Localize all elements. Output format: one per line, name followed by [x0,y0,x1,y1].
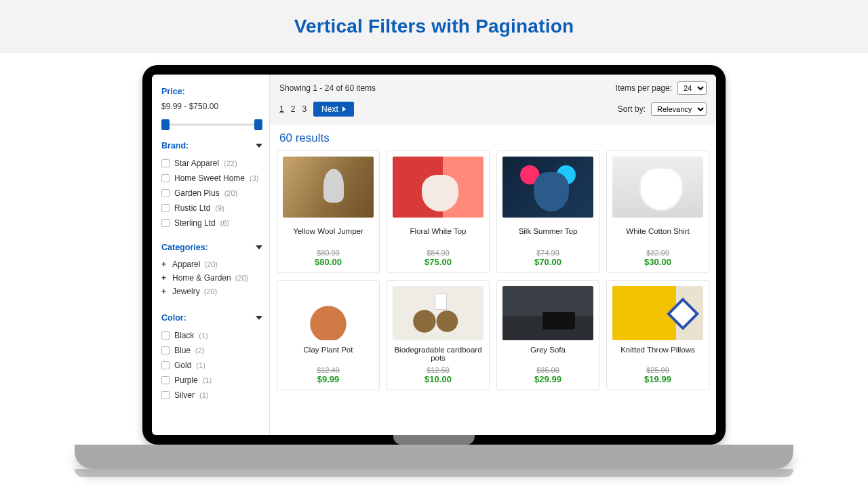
product-card[interactable]: Silk Summer Top $74.99 $70.00 [496,150,599,273]
brand-filter-item[interactable]: Sterling Ltd(6) [161,216,262,230]
product-old-price: $32.99 [646,249,669,257]
slider-handle-max[interactable] [254,119,262,130]
price-range-text: $9.99 - $750.00 [161,102,262,111]
product-title: Floral White Top [410,227,467,245]
product-title: White Cotton Shirt [626,227,689,245]
items-per-page: Items per page: 24 [616,81,707,95]
product-card[interactable]: Floral White Top $84.99 $75.00 [387,150,490,273]
color-filter-item[interactable]: Purple(1) [161,373,262,388]
color-filter-item[interactable]: Gold(1) [161,358,262,373]
product-grid: Clay Plant Pot $12.49 $9.99 Biodegradabl… [270,280,716,397]
brand-label: Brand: [161,141,189,150]
product-image [502,157,593,218]
product-image [283,157,374,218]
product-price: $10.00 [425,374,452,384]
product-image [393,157,484,218]
checkbox-icon[interactable] [161,391,170,399]
brand-filter-item[interactable]: Garden Plus(20) [161,186,262,201]
product-image [612,157,703,218]
product-card[interactable]: Biodegradable cardboard pots $12.50 $10.… [387,280,490,390]
brand-filter-item[interactable]: Rustic Ltd(9) [161,201,262,216]
ipp-select[interactable]: 24 [677,81,707,95]
pagination: 1 2 3 Next [279,102,616,117]
checkbox-icon[interactable] [161,346,170,354]
screen: Price: $9.99 - $750.00 Brand: Star Appar… [152,75,716,435]
product-title: Grey Sofa [530,346,566,362]
product-card[interactable]: White Cotton Shirt $32.99 $30.00 [606,150,709,273]
categories-label: Categories: [161,243,208,252]
color-filter-item[interactable]: Blue(2) [161,343,262,358]
main-content: Showing 1 - 24 of 60 items Items per pag… [270,75,716,435]
price-label: Price: [161,87,185,96]
page-link[interactable]: 1 [279,104,284,114]
page-title: Vertical Filters with Pagination [294,16,574,37]
product-card[interactable]: Yellow Wool Jumper $89.99 $80.00 [277,150,380,273]
results-toolbar: Showing 1 - 24 of 60 items Items per pag… [270,75,716,125]
product-grid: Yellow Wool Jumper $89.99 $80.00 Floral … [270,150,716,280]
product-price: $29.99 [534,374,561,384]
checkbox-icon[interactable] [161,204,170,212]
page-banner: Vertical Filters with Pagination [0,0,868,53]
product-title: Knitted Throw Pillows [620,346,695,362]
page-link[interactable]: 2 [291,104,296,114]
product-image [502,286,593,340]
product-title: Biodegradable cardboard pots [393,346,484,362]
sort-select[interactable]: Relevancy [651,102,707,116]
showing-count: Showing 1 - 24 of 60 items [279,83,616,93]
checkbox-icon[interactable] [161,376,170,384]
price-slider[interactable] [161,118,262,131]
product-old-price: $25.99 [646,366,669,374]
product-old-price: $12.49 [317,366,340,374]
color-section-header[interactable]: Color: [161,313,262,323]
product-card[interactable]: Knitted Throw Pillows $25.99 $19.99 [606,280,709,390]
category-filter-item[interactable]: +Home & Garden(20) [161,271,262,285]
checkbox-icon[interactable] [161,219,170,227]
product-image [393,286,484,340]
categories-section-header[interactable]: Categories: [161,243,262,252]
product-image [612,286,703,340]
product-title: Yellow Wool Jumper [293,227,363,245]
chevron-down-icon [256,316,262,320]
laptop-base [75,445,793,469]
product-old-price: $84.99 [427,249,450,257]
chevron-down-icon [256,245,262,249]
slider-handle-min[interactable] [161,119,170,130]
color-filter-item[interactable]: Silver(1) [161,388,262,403]
expand-icon: + [161,287,168,296]
category-filter-item[interactable]: +Jewelry(20) [161,285,262,298]
category-filter-item[interactable]: +Apparel(20) [161,258,262,271]
sort-by: Sort by: Relevancy [616,102,707,116]
expand-icon: + [161,273,168,283]
product-price: $9.99 [317,374,340,384]
product-price: $80.00 [315,257,342,267]
checkbox-icon[interactable] [161,189,170,197]
checkbox-icon[interactable] [161,159,170,167]
checkbox-icon[interactable] [161,361,170,369]
color-filter-item[interactable]: Black(1) [161,328,262,343]
product-image [283,286,374,340]
brand-filter-item[interactable]: Home Sweet Home(3) [161,171,262,186]
product-old-price: $12.50 [427,366,450,374]
page-link[interactable]: 3 [302,104,307,114]
brand-section-header[interactable]: Brand: [161,141,262,150]
color-label: Color: [161,313,186,323]
arrow-right-icon [342,106,346,112]
product-price: $70.00 [534,257,561,267]
laptop-frame: Price: $9.99 - $750.00 Brand: Star Appar… [142,65,726,445]
checkbox-icon[interactable] [161,174,170,182]
results-header: 60 results [270,125,716,150]
brand-filter-item[interactable]: Star Apparel(22) [161,156,262,171]
product-title: Clay Plant Pot [304,346,353,362]
product-card[interactable]: Grey Sofa $35.00 $29.99 [496,280,599,390]
next-button[interactable]: Next [313,102,354,117]
product-title: Silk Summer Top [519,227,578,245]
filter-sidebar: Price: $9.99 - $750.00 Brand: Star Appar… [152,75,270,435]
product-price: $30.00 [644,257,671,267]
expand-icon: + [161,260,168,269]
checkbox-icon[interactable] [161,331,170,340]
product-price: $75.00 [425,257,452,267]
ipp-label: Items per page: [616,83,672,93]
product-price: $19.99 [644,374,671,384]
product-card[interactable]: Clay Plant Pot $12.49 $9.99 [277,280,380,390]
product-old-price: $89.99 [317,249,340,257]
